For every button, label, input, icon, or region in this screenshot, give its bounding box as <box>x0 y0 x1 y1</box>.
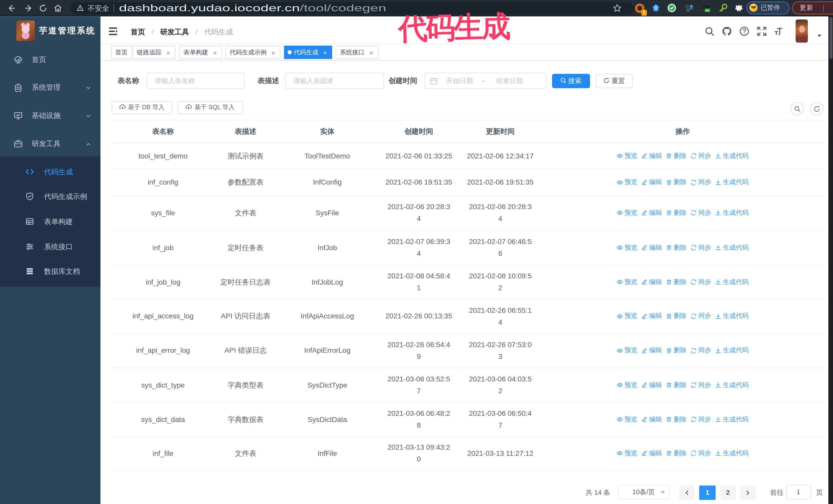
svg-text:on: on <box>706 9 709 12</box>
